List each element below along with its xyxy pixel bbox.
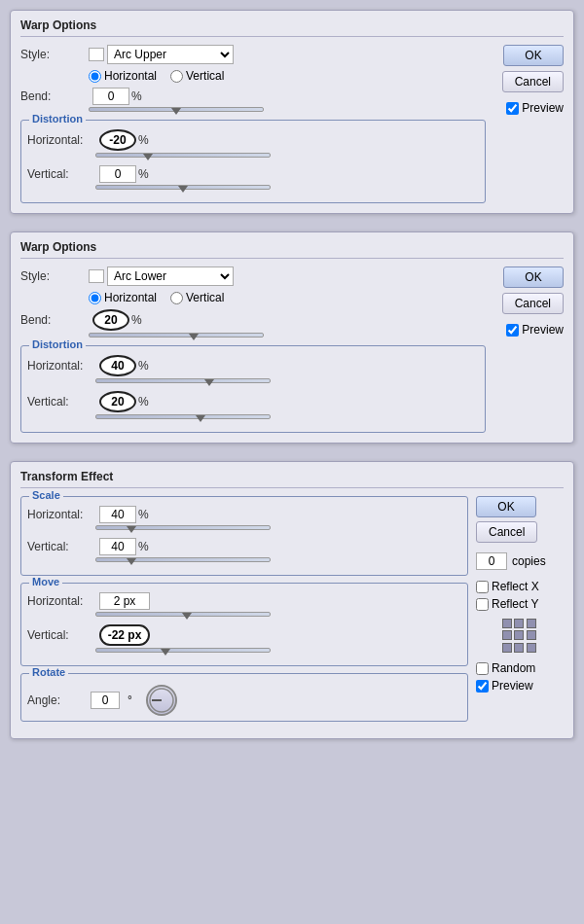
warp1-style-label: Style:: [20, 48, 89, 61]
warp1-dist-vert-slider[interactable]: [95, 185, 271, 190]
warp2-dist-horiz-slider[interactable]: [95, 378, 271, 383]
warp1-orientation: Horizontal Vertical: [89, 69, 486, 83]
transform-ok-button[interactable]: OK: [476, 496, 536, 517]
scale-group: Scale Horizontal: % Vertical: %: [20, 496, 468, 576]
warp2-bend-slider[interactable]: [89, 333, 264, 338]
reflect-grid-icon: [502, 619, 537, 654]
warp2-dist-vert-value: 20: [99, 391, 136, 412]
warp2-orientation: Horizontal Vertical: [89, 291, 486, 304]
style-icon: [89, 48, 104, 61]
warp1-bend-slider[interactable]: [89, 107, 264, 112]
warp1-horizontal-radio[interactable]: Horizontal: [89, 69, 157, 83]
warp-options-2: Warp Options Style: Arc Lower Horizontal…: [10, 231, 574, 444]
transform-title: Transform Effect: [20, 470, 564, 488]
reflect-x-checkbox[interactable]: Reflect X: [476, 580, 539, 593]
transform-preview-checkbox[interactable]: Preview: [476, 679, 533, 693]
style-icon2: [89, 269, 104, 283]
angle-input[interactable]: [91, 692, 120, 709]
angle-label: Angle:: [27, 693, 81, 707]
move-vert-slider[interactable]: [95, 648, 271, 653]
move-horiz-slider[interactable]: [95, 612, 271, 617]
copies-input[interactable]: [476, 552, 507, 570]
warp2-style-select[interactable]: Arc Lower: [107, 267, 234, 286]
warp1-dist-horiz-label: Horizontal:: [27, 133, 95, 147]
warp1-bend-input[interactable]: [92, 88, 129, 105]
warp1-vertical-radio[interactable]: Vertical: [170, 69, 224, 83]
warp2-dist-vert-label: Vertical:: [27, 395, 95, 409]
warp2-horizontal-radio[interactable]: Horizontal: [89, 291, 157, 304]
copies-row: copies: [476, 552, 546, 570]
warp2-title: Warp Options: [20, 240, 564, 259]
rotate-group: Rotate Angle: °: [20, 673, 468, 722]
warp2-vertical-radio[interactable]: Vertical: [170, 291, 224, 304]
warp1-dist-horiz-slider[interactable]: [95, 153, 271, 158]
warp1-dist-horiz-value: -20: [99, 129, 136, 151]
warp2-dist-horiz-label: Horizontal:: [27, 359, 95, 373]
transform-effect-dialog: Transform Effect Scale Horizontal: %: [10, 461, 574, 739]
warp2-dist-horiz-value: 40: [99, 355, 136, 376]
scale-horiz-slider[interactable]: [95, 525, 271, 530]
scale-vert-input[interactable]: [99, 538, 136, 555]
random-checkbox[interactable]: Random: [476, 661, 535, 675]
transform-cancel-button[interactable]: Cancel: [476, 521, 537, 543]
warp1-bend-label: Bend:: [20, 89, 89, 103]
warp1-distortion-group: Distortion Horizontal: -20 % Vertical:: [20, 120, 486, 203]
angle-dial[interactable]: [146, 685, 177, 716]
move-group: Move Horizontal: Vertical: -22 px: [20, 583, 468, 666]
move-horiz-input[interactable]: [99, 592, 150, 610]
warp2-bend-label: Bend:: [20, 313, 89, 327]
reflect-y-checkbox[interactable]: Reflect Y: [476, 597, 538, 611]
scale-horiz-input[interactable]: [99, 506, 136, 523]
scale-horiz-label: Horizontal:: [27, 508, 95, 521]
warp1-title: Warp Options: [20, 18, 564, 37]
transform-right-panel: OK Cancel copies Reflect X Reflect Y: [476, 496, 564, 729]
warp1-ok-button[interactable]: OK: [503, 45, 564, 66]
warp1-dist-vert-label: Vertical:: [27, 167, 95, 181]
warp2-bend-value: 20: [92, 309, 129, 331]
warp2-ok-button[interactable]: OK: [503, 267, 564, 288]
warp-options-1: Warp Options Style: Arc Upper Horizontal…: [10, 10, 574, 214]
warp1-cancel-button[interactable]: Cancel: [502, 71, 564, 92]
warp1-style-select[interactable]: Arc Upper: [107, 45, 234, 64]
warp2-cancel-button[interactable]: Cancel: [502, 293, 564, 314]
warp1-dist-vert-input[interactable]: [99, 165, 136, 183]
scale-vert-slider[interactable]: [95, 557, 271, 562]
scale-vert-label: Vertical:: [27, 540, 95, 553]
warp1-preview-checkbox[interactable]: Preview: [506, 101, 564, 115]
warp2-dist-vert-slider[interactable]: [95, 414, 271, 419]
move-vert-value: -22 px: [99, 624, 150, 646]
warp2-preview-checkbox[interactable]: Preview: [506, 323, 564, 337]
move-horiz-label: Horizontal:: [27, 594, 95, 608]
warp2-distortion-group: Distortion Horizontal: 40 % Vertical:: [20, 345, 486, 433]
move-vert-label: Vertical:: [27, 628, 95, 642]
warp2-style-label: Style:: [20, 269, 89, 283]
